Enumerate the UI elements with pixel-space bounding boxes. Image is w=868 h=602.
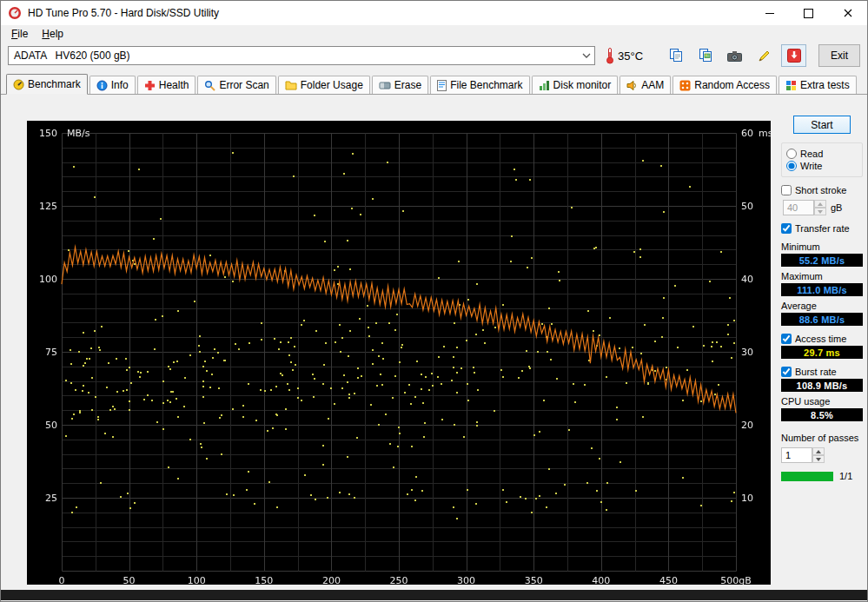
marker-button[interactable] [752,44,777,67]
transfer-rate-label[interactable]: Transfer rate [795,223,850,234]
toolbar: ADATA HV620 (500 gB) 35°C [1,43,867,69]
maximize-icon [804,9,813,18]
copy-text-button[interactable] [663,44,688,67]
tab-aam[interactable]: AAM [620,76,671,94]
tab-random-access[interactable]: Random Access [673,76,777,94]
aam-icon [626,80,638,91]
folder-usage-icon [285,80,297,90]
window-titlebar[interactable]: HD Tune Pro 5.70 - Hard Disk/SSD Utility [1,1,867,25]
close-button[interactable] [828,1,867,25]
short-stroke-checkbox[interactable] [781,185,792,195]
tab-extra-tests[interactable]: Extra tests [779,76,857,94]
average-value-display: 88.6 MB/s [781,313,863,326]
tab-random-access-label: Random Access [694,79,770,91]
short-stroke-spin-up-button [814,200,826,208]
access-time-label[interactable]: Access time [795,334,846,344]
write-radio-label[interactable]: Write [800,161,822,171]
extra-tests-icon [785,80,797,91]
file-benchmark-icon [437,80,447,91]
average-label: Average [781,301,863,311]
write-radio[interactable] [786,161,797,171]
read-radio-row[interactable]: Read [786,149,858,159]
short-stroke-size-row: 40 gB [783,200,863,215]
short-stroke-spin-down-button [814,208,826,215]
tab-error-scan-label: Error Scan [219,79,268,91]
save-button[interactable] [781,44,806,67]
tab-benchmark[interactable]: Benchmark [6,74,88,95]
tab-health-label: Health [159,79,189,91]
passes-progress-row: 1/1 [781,471,863,481]
tab-file-benchmark-label: File Benchmark [450,79,522,91]
menu-item-file[interactable]: File [4,26,35,42]
short-stroke-row[interactable]: Short stroke [781,185,863,195]
exit-button[interactable]: Exit [818,44,860,67]
tab-erase[interactable]: Erase [372,76,428,94]
drive-selector[interactable]: ADATA HV620 (500 gB) [8,46,595,65]
passes-spin-down-button[interactable] [812,455,825,463]
copy-image-icon [699,49,712,63]
save-icon [787,49,801,63]
benchmark-panel: Start Read Write Short stroke 40 [1,95,867,590]
tab-erase-label: Erase [394,79,421,91]
chevron-down-icon [579,53,594,58]
maximum-value-display: 111.0 MB/s [781,283,863,296]
screenshot-button[interactable] [722,44,747,67]
tab-info[interactable]: Info [89,76,136,94]
minimize-icon [765,13,774,14]
info-icon [96,80,108,91]
short-stroke-label[interactable]: Short stroke [795,185,846,195]
tab-file-benchmark[interactable]: File Benchmark [430,76,529,94]
burst-rate-label[interactable]: Burst rate [795,367,837,377]
access-time-checkbox[interactable] [781,334,792,344]
tab-info-label: Info [111,79,129,91]
tab-disk-monitor[interactable]: Disk monitor [532,76,619,94]
short-stroke-unit: gB [831,202,842,213]
close-icon [844,9,852,17]
passes-value[interactable]: 1 [781,447,812,463]
tab-aam-label: AAM [641,79,664,91]
cpu-usage-label: CPU usage [781,396,863,407]
window-controls [750,1,867,25]
short-stroke-spinner: 40 [783,200,826,215]
burst-rate-checkbox[interactable] [781,367,792,377]
menu-item-help[interactable]: Help [35,26,70,42]
transfer-rate-row[interactable]: Transfer rate [781,223,863,234]
passes-progress-label: 1/1 [839,471,852,481]
passes-spinner[interactable]: 1 [781,447,825,463]
health-icon [144,80,156,91]
menu-bar: File Help [1,25,867,43]
write-radio-row[interactable]: Write [786,161,858,171]
access-time-row[interactable]: Access time [781,334,863,344]
copy-text-icon [669,49,683,63]
tab-benchmark-label: Benchmark [28,78,81,90]
transfer-rate-checkbox[interactable] [781,223,792,234]
temperature-label: 35°C [618,50,643,63]
thermometer-icon [606,47,614,64]
tab-folder-usage[interactable]: Folder Usage [278,76,370,94]
start-button[interactable]: Start [793,116,851,134]
drive-selector-value: ADATA HV620 (500 gB) [9,50,579,62]
burst-rate-row[interactable]: Burst rate [781,367,863,377]
benchmark-chart [27,121,771,585]
app-window: HD Tune Pro 5.70 - Hard Disk/SSD Utility… [0,0,868,602]
maximum-label: Maximum [781,271,863,281]
read-radio-label[interactable]: Read [800,149,823,159]
tab-folder-usage-label: Folder Usage [301,79,363,91]
temperature-display: 35°C [606,47,643,64]
maximize-button[interactable] [789,1,828,25]
error-scan-icon [204,80,215,91]
benchmark-icon [13,79,24,90]
copy-image-button[interactable] [692,44,718,67]
erase-icon [379,80,391,90]
tab-health[interactable]: Health [137,76,196,94]
random-access-icon [679,80,691,91]
tab-error-scan[interactable]: Error Scan [197,76,275,94]
passes-spin-up-button[interactable] [812,447,825,455]
passes-spinner-row: 1 [781,447,863,463]
minimum-value-display: 55.2 MB/s [781,254,863,267]
read-write-group: Read Write [781,142,863,177]
tab-extra-tests-label: Extra tests [800,79,850,91]
benchmark-controls: Start Read Write Short stroke 40 [781,116,863,481]
minimize-button[interactable] [750,1,789,25]
read-radio[interactable] [786,149,797,159]
